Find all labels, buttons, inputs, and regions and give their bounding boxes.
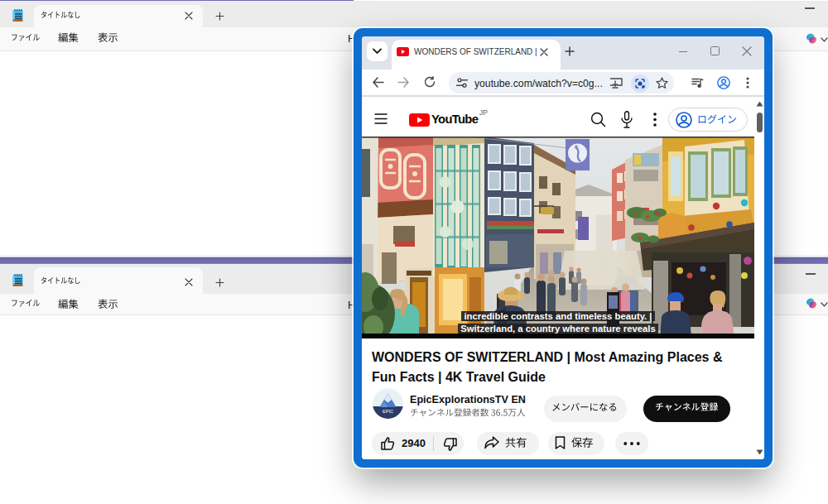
svg-text:EPIC: EPIC: [383, 409, 393, 414]
